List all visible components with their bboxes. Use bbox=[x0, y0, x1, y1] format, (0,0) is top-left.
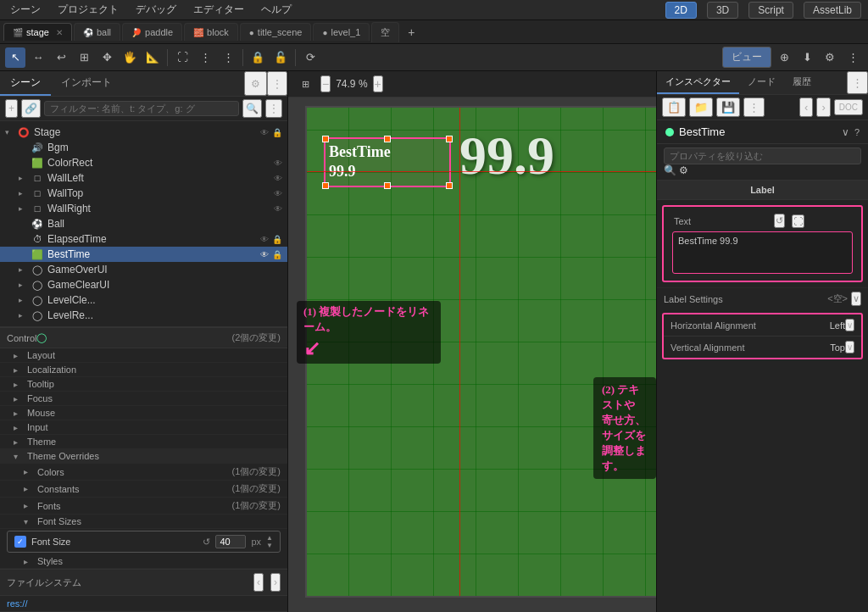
tab-ball[interactable]: ⚽ ball bbox=[74, 23, 120, 41]
tree-item-wallleft[interactable]: ▸ □ WallLeft 👁 bbox=[0, 170, 287, 186]
toolbar-snap2-btn[interactable]: ⋮ bbox=[218, 47, 238, 68]
inspector-options-btn[interactable]: ⋮ bbox=[743, 97, 765, 117]
fs-arrow-left[interactable]: ‹ bbox=[253, 573, 264, 592]
control-row-mouse[interactable]: ▸ Mouse bbox=[0, 406, 287, 420]
text-prop-value[interactable]: BestTime 99.9 bbox=[672, 231, 853, 274]
panel-tab-scene[interactable]: シーン bbox=[0, 71, 51, 96]
control-row-localization[interactable]: ▸ Localization bbox=[0, 363, 287, 377]
inspector-forward-btn[interactable]: › bbox=[816, 97, 830, 117]
toolbar-unlock-btn[interactable]: 🔓 bbox=[270, 47, 291, 68]
tree-item-levelrea[interactable]: ▸ ◯ LevelRe... bbox=[0, 308, 287, 323]
viewport-zoom-in-btn[interactable]: + bbox=[373, 75, 383, 92]
mode-3d-btn[interactable]: 3D bbox=[707, 2, 738, 19]
inspector-back-btn[interactable]: ‹ bbox=[799, 97, 813, 117]
tree-vis-walltop[interactable]: 👁 bbox=[274, 189, 282, 198]
inspector-doc-btn[interactable]: DOC bbox=[834, 99, 863, 115]
tree-item-levelcle[interactable]: ▸ ◯ LevelCle... bbox=[0, 292, 287, 308]
tab-block[interactable]: 🧱 block bbox=[184, 23, 238, 41]
tree-vis-colorrect[interactable]: 👁 bbox=[274, 159, 282, 168]
control-row-constants[interactable]: ▸ Constants (1個の変更) bbox=[0, 481, 287, 498]
tab-paddle[interactable]: 🏓 paddle bbox=[122, 23, 182, 41]
tree-lock-elapsed[interactable]: 🔒 bbox=[272, 235, 282, 244]
toolbar-group-btn[interactable]: ⟳ bbox=[300, 47, 320, 68]
tab-stage[interactable]: 🎬 stage ✕ bbox=[3, 23, 72, 41]
menu-scene[interactable]: シーン bbox=[7, 1, 44, 19]
fs-arrow-right[interactable]: › bbox=[270, 573, 281, 592]
menu-editor[interactable]: エディター bbox=[190, 1, 248, 19]
tab-title-scene[interactable]: ● title_scene bbox=[240, 23, 312, 41]
control-row-colors[interactable]: ▸ Colors (1個の変更) bbox=[0, 464, 287, 481]
viewport-transform-btn[interactable]: ⊞ bbox=[295, 74, 315, 94]
control-row-tooltip[interactable]: ▸ Tooltip bbox=[0, 377, 287, 392]
handle-tr[interactable] bbox=[446, 136, 453, 142]
text-prop-expand[interactable]: ⛶ bbox=[792, 214, 804, 228]
label-settings-expand-btn[interactable]: ∨ bbox=[851, 292, 861, 306]
tab-level1[interactable]: ● level_1 bbox=[313, 23, 370, 41]
handle-tl[interactable] bbox=[322, 136, 329, 142]
control-row-theme-overrides[interactable]: ▾ Theme Overrides bbox=[0, 449, 287, 464]
view-btn[interactable]: ビュー bbox=[722, 47, 771, 68]
control-row-input[interactable]: ▸ Input bbox=[0, 420, 287, 435]
inspector-filter-options-icon[interactable]: ⚙ bbox=[679, 164, 688, 176]
toolbar-transform-btn[interactable]: ✥ bbox=[97, 47, 117, 68]
font-size-reset-btn[interactable]: ↺ bbox=[203, 537, 210, 548]
tree-item-bgm[interactable]: 🔊 Bgm bbox=[0, 140, 287, 155]
viewport-add-btn[interactable]: ⊕ bbox=[774, 47, 794, 68]
tab-add-btn[interactable]: + bbox=[401, 22, 421, 42]
viewport-settings-btn[interactable]: ⚙ bbox=[820, 47, 840, 68]
control-row-fonts[interactable]: ▸ Fonts (1個の変更) bbox=[0, 498, 287, 515]
fs-panel-path[interactable]: res:// bbox=[0, 596, 287, 612]
node-doc-btn[interactable]: ? bbox=[854, 127, 860, 137]
viewport-zoom-out-btn[interactable]: − bbox=[320, 75, 331, 92]
tree-lock-stage[interactable]: 🔒 bbox=[272, 128, 282, 137]
handle-bm[interactable] bbox=[384, 182, 391, 189]
font-size-checkbox[interactable]: ✓ bbox=[14, 536, 26, 548]
control-row-layout[interactable]: ▸ Layout bbox=[0, 348, 287, 363]
scene-add-btn[interactable]: + bbox=[5, 99, 18, 118]
viewport-down-btn[interactable]: ⬇ bbox=[797, 47, 817, 68]
vertical-alignment-chevron[interactable]: ∨ bbox=[845, 341, 854, 353]
handle-bl[interactable] bbox=[322, 182, 329, 189]
tab-stage-close[interactable]: ✕ bbox=[56, 28, 63, 37]
inspector-tab-inspector[interactable]: インスペクター bbox=[657, 71, 739, 94]
tree-item-besttime[interactable]: 🟩 BestTime 👁 🔒 bbox=[0, 247, 287, 262]
toolbar-select-btn[interactable]: ↖ bbox=[5, 47, 25, 68]
inspector-more-btn[interactable]: ⋮ bbox=[847, 71, 868, 94]
tab-empty[interactable]: 空 bbox=[371, 22, 399, 42]
inspector-folder-btn[interactable]: 📁 bbox=[689, 97, 713, 117]
handle-tm[interactable] bbox=[384, 136, 391, 142]
panel-tab-import[interactable]: インポート bbox=[51, 71, 122, 96]
tree-item-walltop[interactable]: ▸ □ WallTop 👁 bbox=[0, 186, 287, 201]
tree-item-colorrect[interactable]: 🟩 ColorRect 👁 bbox=[0, 155, 287, 170]
toolbar-rotate-btn[interactable]: ↩ bbox=[51, 47, 71, 68]
toolbar-ruler-btn[interactable]: 📐 bbox=[142, 47, 163, 68]
font-size-input[interactable] bbox=[215, 535, 246, 548]
control-row-theme[interactable]: ▸ Theme bbox=[0, 435, 287, 449]
inspector-save-btn[interactable]: 💾 bbox=[716, 97, 740, 117]
tree-item-stage[interactable]: ▾ ⭕ Stage 👁 🔒 bbox=[0, 125, 287, 140]
font-size-up-icon[interactable]: ▲ bbox=[266, 534, 273, 542]
toolbar-lock-btn[interactable]: 🔒 bbox=[248, 47, 268, 68]
scene-filter-input[interactable] bbox=[44, 101, 239, 116]
control-row-font-sizes[interactable]: ▾ Font Sizes bbox=[0, 515, 287, 529]
tree-item-elapsedtime[interactable]: ⏱ ElapsedTime 👁 🔒 bbox=[0, 231, 287, 247]
inspector-clipboard-btn[interactable]: 📋 bbox=[662, 97, 686, 117]
scene-link-btn[interactable]: 🔗 bbox=[21, 99, 41, 118]
scene-options-btn[interactable]: ⋮ bbox=[265, 99, 282, 118]
tree-vis-wallright[interactable]: 👁 bbox=[274, 204, 282, 214]
menu-help[interactable]: ヘルプ bbox=[258, 1, 295, 19]
handle-br[interactable] bbox=[446, 182, 453, 189]
tree-vis-stage[interactable]: 👁 bbox=[260, 128, 269, 137]
tree-item-wallright[interactable]: ▸ □ WallRight 👁 bbox=[0, 201, 287, 216]
tree-item-gameclearui[interactable]: ▸ ◯ GameClearUI bbox=[0, 277, 287, 292]
toolbar-grid-btn[interactable]: ⛶ bbox=[172, 47, 192, 68]
viewport-content[interactable]: BestTime99.9 99.9 (1) 複製したノードをリネーム。 bbox=[288, 97, 656, 612]
font-size-stepper[interactable]: ▲ ▼ bbox=[266, 534, 273, 549]
tree-item-gameoverui[interactable]: ▸ ◯ GameOverUI bbox=[0, 262, 287, 277]
toolbar-snap-btn[interactable]: ⋮ bbox=[195, 47, 215, 68]
viewport-more-btn[interactable]: ⋮ bbox=[843, 47, 863, 68]
tree-lock-besttime[interactable]: 🔒 bbox=[272, 250, 282, 259]
tree-vis-besttime[interactable]: 👁 bbox=[260, 250, 269, 259]
inspector-filter-input[interactable] bbox=[664, 147, 861, 164]
panel-more-btn[interactable]: ⋮ bbox=[267, 71, 287, 96]
